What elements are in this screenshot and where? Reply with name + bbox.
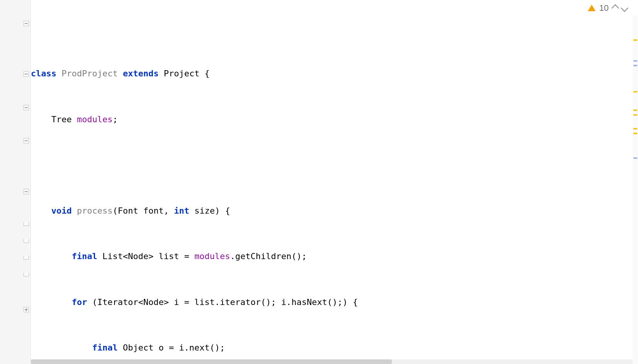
horizontal-scrollbar[interactable] (31, 359, 633, 364)
stripe-mark[interactable] (633, 114, 637, 116)
chevron-down-icon[interactable] (621, 4, 628, 12)
fold-end-icon[interactable] (24, 239, 29, 243)
fold-toggle-icon[interactable] (24, 21, 29, 26)
code-line: class ProdProject extends Project { (31, 65, 638, 82)
stripe-mark[interactable] (633, 157, 637, 159)
warning-icon (588, 5, 596, 11)
code-line (31, 157, 638, 174)
code-text-area[interactable]: class ProdProject extends Project { Tree… (31, 0, 638, 364)
fold-toggle-icon[interactable] (24, 138, 29, 143)
code-line: void process(Font font, int size) { (31, 202, 638, 219)
code-line: final List<Node> list = modules.getChild… (31, 248, 638, 265)
fold-toggle-icon[interactable] (24, 71, 29, 77)
stripe-mark[interactable] (633, 65, 637, 66)
fold-expand-icon[interactable] (24, 307, 29, 312)
error-stripe[interactable] (633, 15, 638, 364)
stripe-mark[interactable] (633, 60, 637, 62)
stripe-mark[interactable] (633, 110, 637, 111)
warning-count: 10 (599, 3, 609, 13)
scrollbar-thumb[interactable] (31, 359, 392, 364)
code-line: for (Iterator<Node> i = list.iterator();… (31, 294, 638, 311)
stripe-mark[interactable] (633, 91, 637, 93)
code-line: final Object o = i.next(); (31, 339, 638, 356)
code-editor: class ProdProject extends Project { Tree… (0, 0, 638, 364)
code-line: Tree modules; (31, 111, 638, 128)
fold-end-icon[interactable] (24, 273, 29, 276)
gutter (0, 0, 31, 364)
chevron-up-icon[interactable] (611, 4, 619, 12)
fold-end-icon[interactable] (24, 256, 29, 260)
stripe-mark[interactable] (633, 133, 637, 134)
fold-end-icon[interactable] (24, 222, 29, 226)
fold-toggle-icon[interactable] (24, 189, 29, 194)
inspection-widget[interactable]: 10 (588, 3, 627, 13)
stripe-mark[interactable] (633, 128, 637, 130)
stripe-mark[interactable] (633, 39, 637, 41)
fold-toggle-icon[interactable] (24, 105, 29, 110)
